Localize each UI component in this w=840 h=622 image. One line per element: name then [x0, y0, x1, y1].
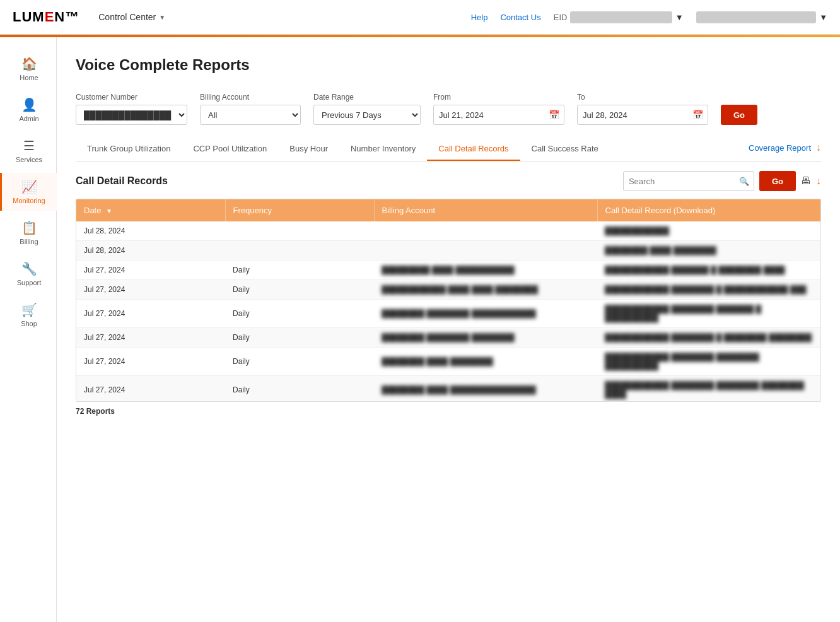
coverage-download-icon[interactable]: ↓	[816, 142, 821, 153]
tabs-container: Trunk Group Utilization CCP Pool Utiliza…	[76, 138, 821, 161]
top-nav-right: Help Contact Us EID ███████████ ▼ ██████…	[471, 11, 827, 23]
cell-download[interactable]: ████████████ ████████ ███████ █ ████████…	[597, 300, 820, 328]
from-group: From 📅	[433, 93, 564, 125]
table-scroll[interactable]: Date ▼ Frequency Billing Account Call De…	[76, 199, 820, 401]
coverage-report-link[interactable]: Coverage Report	[749, 143, 811, 153]
table-row: Jul 28, 2024 ████████ ████ ████████	[76, 241, 820, 261]
services-icon: ☰	[23, 138, 35, 153]
tab-busy-hour[interactable]: Busy Hour	[278, 138, 339, 161]
user-value: ████████████	[696, 11, 817, 23]
cell-date: Jul 27, 2024	[76, 261, 225, 280]
sidebar: 🏠 Home 👤 Admin ☰ Services 📈 Monitoring 📋…	[0, 37, 57, 622]
cell-date: Jul 27, 2024	[76, 328, 225, 348]
cell-download[interactable]: ████████████ ███████ █ ████████ ████	[597, 261, 820, 280]
action-icons: 🖶 ↓	[801, 175, 821, 187]
tab-ccp-pool[interactable]: CCP Pool Utilization	[182, 138, 278, 161]
table-row: Jul 27, 2024 Daily ████████ ████████ ███…	[76, 328, 820, 348]
data-table-wrapper: Date ▼ Frequency Billing Account Call De…	[76, 199, 821, 402]
sidebar-item-support[interactable]: 🔧 Support	[0, 255, 57, 293]
cell-date: Jul 27, 2024	[76, 280, 225, 300]
user-chevron-icon: ▼	[819, 13, 827, 22]
print-icon[interactable]: 🖶	[801, 175, 811, 187]
search-input-wrapper: 🔍	[623, 171, 754, 191]
logo: LUMEN™	[13, 9, 79, 25]
cell-billing	[374, 221, 597, 241]
sidebar-item-billing[interactable]: 📋 Billing	[0, 214, 57, 252]
user-menu[interactable]: ████████████ ▼	[696, 11, 827, 23]
cell-download[interactable]: ████████████ ████████ ████████ █████████…	[597, 348, 820, 376]
tab-call-detail-records[interactable]: Call Detail Records	[427, 138, 520, 161]
section-title: Call Detail Records	[76, 175, 168, 187]
to-date-wrapper: 📅	[577, 105, 708, 125]
cell-billing: ████████ ████████ ████████	[374, 328, 597, 348]
col-billing-account[interactable]: Billing Account	[374, 199, 597, 221]
table-header: Date ▼ Frequency Billing Account Call De…	[76, 199, 820, 221]
from-date-input[interactable]	[433, 105, 564, 125]
control-center-menu[interactable]: Control Center ▼	[98, 12, 165, 22]
date-range-group: Date Range Previous 7 Days Previous 30 D…	[313, 93, 421, 125]
sidebar-item-label: Billing	[20, 238, 38, 245]
cell-download[interactable]: ████████████ ████████ █ ████████ ███████…	[597, 328, 820, 348]
home-icon: 🏠	[21, 56, 37, 71]
col-download[interactable]: Call Detail Record (Download)	[597, 199, 820, 221]
sidebar-item-home[interactable]: 🏠 Home	[0, 50, 57, 88]
tabs-right: Coverage Report ↓	[749, 142, 821, 156]
table-row: Jul 27, 2024 Daily ████████ ████████ ███…	[76, 300, 820, 328]
eid-chevron-icon: ▼	[675, 13, 684, 22]
col-date[interactable]: Date ▼	[76, 199, 225, 221]
date-range-label: Date Range	[313, 93, 421, 102]
section-title-row: Call Detail Records 🔍 Go 🖶 ↓	[76, 171, 821, 191]
col-frequency[interactable]: Frequency	[225, 199, 374, 221]
table-row: Jul 28, 2024 ████████████	[76, 221, 820, 241]
chevron-down-icon: ▼	[159, 14, 165, 21]
filter-go-button[interactable]: Go	[721, 105, 757, 125]
eid-value: ███████████	[570, 11, 672, 23]
sidebar-item-label: Shop	[21, 320, 37, 327]
page-title: Voice Complete Reports	[76, 56, 821, 74]
cell-billing: ████████ ████ ████████	[374, 348, 597, 376]
cell-billing: ████████████ ████ ████ ████████	[374, 280, 597, 300]
sidebar-item-services[interactable]: ☰ Services	[0, 132, 57, 170]
tab-number-inventory[interactable]: Number Inventory	[339, 138, 427, 161]
to-group: To 📅	[577, 93, 708, 125]
eid-label: EID	[554, 13, 568, 22]
admin-icon: 👤	[21, 97, 37, 112]
customer-number-group: Customer Number ███████████████	[76, 93, 187, 125]
help-link[interactable]: Help	[471, 13, 488, 22]
monitoring-icon: 📈	[21, 179, 37, 194]
cell-frequency	[225, 241, 374, 261]
cell-frequency: Daily	[225, 348, 374, 376]
to-label: To	[577, 93, 708, 102]
cell-frequency: Daily	[225, 261, 374, 280]
from-label: From	[433, 93, 564, 102]
tab-trunk-group[interactable]: Trunk Group Utilization	[76, 138, 182, 161]
customer-number-select[interactable]: ███████████████	[76, 105, 187, 125]
search-go-button[interactable]: Go	[759, 171, 796, 191]
from-date-wrapper: 📅	[433, 105, 564, 125]
to-date-input[interactable]	[577, 105, 708, 125]
sidebar-item-monitoring[interactable]: 📈 Monitoring	[0, 173, 57, 211]
cell-frequency: Daily	[225, 328, 374, 348]
cell-download[interactable]: ████████████ ████████ █ ████████████ ███	[597, 280, 820, 300]
cell-download[interactable]: ████████████	[597, 221, 820, 241]
date-range-select[interactable]: Previous 7 Days Previous 30 Days Custom	[313, 105, 421, 125]
contact-us-link[interactable]: Contact Us	[500, 13, 540, 22]
sidebar-item-admin[interactable]: 👤 Admin	[0, 91, 57, 129]
tab-call-success-rate[interactable]: Call Success Rate	[520, 138, 610, 161]
cell-date: Jul 27, 2024	[76, 376, 225, 402]
billing-account-group: Billing Account All	[200, 93, 301, 125]
search-input[interactable]	[623, 171, 754, 191]
billing-account-label: Billing Account	[200, 93, 301, 102]
cell-download[interactable]: ████████████ ████████ ████████ ████████ …	[597, 376, 820, 402]
eid-selector[interactable]: EID ███████████ ▼	[554, 11, 684, 23]
cell-billing	[374, 241, 597, 261]
billing-account-select[interactable]: All	[200, 105, 301, 125]
sidebar-item-shop[interactable]: 🛒 Shop	[0, 296, 57, 334]
download-icon[interactable]: ↓	[816, 175, 821, 187]
cell-download[interactable]: ████████ ████ ████████	[597, 241, 820, 261]
sidebar-item-label: Support	[17, 279, 42, 286]
table-row: Jul 27, 2024 Daily █████████ ████ ██████…	[76, 261, 820, 280]
sidebar-item-label: Monitoring	[13, 197, 45, 204]
search-row: 🔍 Go 🖶 ↓	[623, 171, 821, 191]
sidebar-item-label: Services	[16, 156, 42, 163]
